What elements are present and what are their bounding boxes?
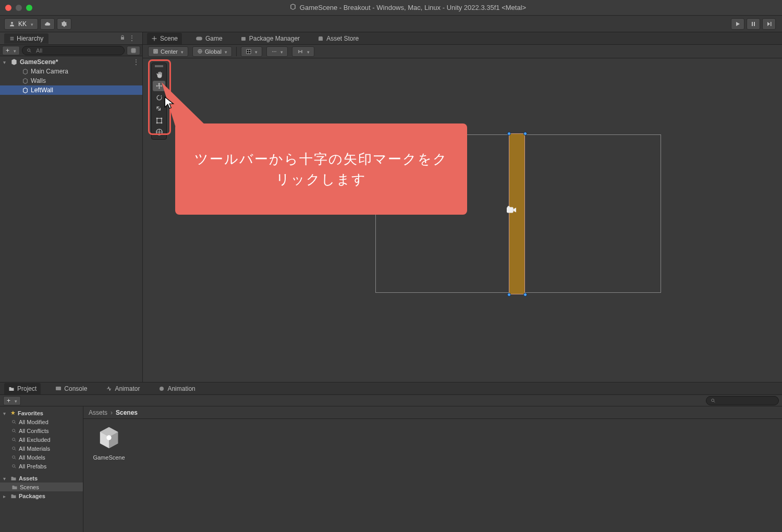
svg-point-27 <box>13 447 15 449</box>
svg-point-30 <box>106 435 111 440</box>
space-mode-dropdown[interactable]: Global <box>192 46 232 57</box>
fav-all-prefabs[interactable]: All Prefabs <box>0 462 83 471</box>
maximize-window-button[interactable] <box>26 5 32 11</box>
account-label: KK <box>18 20 27 28</box>
scenes-folder[interactable]: Scenes <box>0 482 83 491</box>
pause-button[interactable] <box>747 18 760 30</box>
pivot-mode-dropdown[interactable]: Center <box>148 46 188 57</box>
svg-point-0 <box>11 22 13 24</box>
project-panel: Project Console Animator Animation + ★ F <box>0 382 782 532</box>
assets-folder[interactable]: Assets <box>0 474 83 482</box>
svg-rect-5 <box>241 37 246 41</box>
svg-rect-12 <box>507 207 514 213</box>
window-title: GameScene - Breakout - Windows, Mac, Lin… <box>300 4 526 11</box>
project-search[interactable] <box>706 396 779 405</box>
tab-project[interactable]: Project <box>4 383 41 394</box>
settings-button[interactable] <box>57 18 71 30</box>
scene-toolbar: Center Global <box>143 45 782 58</box>
breadcrumb: Assets › Scenes <box>83 406 782 419</box>
tab-animator[interactable]: Animator <box>102 383 144 394</box>
svg-point-8 <box>198 50 202 53</box>
snap-toggle-dropdown[interactable] <box>292 46 314 57</box>
resize-handle[interactable] <box>523 293 527 296</box>
close-window-button[interactable] <box>5 5 11 11</box>
breadcrumb-current[interactable]: Scenes <box>116 409 138 416</box>
window-controls <box>5 5 32 11</box>
hierarchy-panel: Hierarchy ⋮ + All Ga <box>0 32 143 382</box>
tree-item-main-camera[interactable]: Main Camera <box>0 67 142 76</box>
resize-handle[interactable] <box>507 293 511 296</box>
project-tree: ★ Favorites All Modified All Conflicts A… <box>0 406 83 532</box>
svg-point-23 <box>712 399 714 401</box>
breadcrumb-root[interactable]: Assets <box>89 409 107 416</box>
scene-root[interactable]: GameScene* ⋮ <box>0 57 142 67</box>
svg-point-11 <box>275 51 276 52</box>
svg-point-22 <box>160 387 164 391</box>
tab-scene[interactable]: Scene <box>147 33 182 44</box>
fav-all-conflicts[interactable]: All Conflicts <box>0 426 83 435</box>
favorites-folder[interactable]: ★ Favorites <box>0 409 83 417</box>
svg-rect-3 <box>131 48 136 53</box>
minimize-window-button[interactable] <box>16 5 22 11</box>
cursor-icon <box>164 96 175 112</box>
resize-handle[interactable] <box>523 132 527 135</box>
cloud-button[interactable] <box>40 18 55 30</box>
svg-point-1 <box>63 23 65 25</box>
svg-point-2 <box>28 48 30 51</box>
create-dropdown[interactable]: + <box>2 46 20 55</box>
scene-view[interactable]: ツールバーから十字の矢印マークをクリックします <box>143 58 782 382</box>
hierarchy-tab[interactable]: Hierarchy <box>4 33 48 44</box>
tab-animation[interactable]: Animation <box>154 383 199 394</box>
hierarchy-filter-button[interactable] <box>127 46 140 55</box>
unity-scene-icon <box>95 424 123 451</box>
svg-point-13 <box>507 206 510 208</box>
fav-all-modified[interactable]: All Modified <box>0 417 83 426</box>
annotation-callout: ツールバーから十字の矢印マークをクリックします <box>175 123 467 215</box>
camera-gizmo-icon[interactable] <box>506 205 517 215</box>
hierarchy-search[interactable]: All <box>22 46 125 55</box>
svg-point-29 <box>13 464 15 467</box>
snap-increment-dropdown[interactable] <box>266 46 288 57</box>
svg-rect-6 <box>154 50 157 53</box>
svg-point-28 <box>13 455 15 458</box>
top-toolbar: KK <box>0 16 782 32</box>
fav-all-models[interactable]: All Models <box>0 453 83 462</box>
fav-all-materials[interactable]: All Materials <box>0 444 83 453</box>
snap-grid-dropdown[interactable] <box>241 46 262 57</box>
tab-asset-store[interactable]: Asset Store <box>313 33 363 44</box>
unity-icon <box>289 3 297 12</box>
account-button[interactable]: KK <box>4 18 38 30</box>
asset-gamescene[interactable]: GameScene <box>91 424 127 461</box>
svg-rect-21 <box>56 387 61 390</box>
tree-item-walls[interactable]: Walls <box>0 76 142 85</box>
lock-icon[interactable] <box>119 34 126 42</box>
packages-folder[interactable]: Packages <box>0 491 83 500</box>
svg-point-10 <box>274 51 275 52</box>
play-button[interactable] <box>731 18 744 30</box>
hierarchy-tree: GameScene* ⋮ Main Camera Walls LeftWall <box>0 56 142 382</box>
titlebar: GameScene - Breakout - Windows, Mac, Lin… <box>0 0 782 16</box>
svg-point-9 <box>272 51 273 52</box>
tab-game[interactable]: Game <box>191 33 227 44</box>
step-button[interactable] <box>762 18 776 30</box>
scene-context-menu[interactable]: ⋮ <box>133 58 142 66</box>
svg-point-26 <box>13 438 15 440</box>
svg-rect-4 <box>196 37 202 41</box>
tab-package-manager[interactable]: Package Manager <box>236 33 304 44</box>
fav-all-excluded[interactable]: All Excluded <box>0 435 83 444</box>
resize-handle[interactable] <box>507 132 511 135</box>
tree-item-leftwall[interactable]: LeftWall <box>0 85 142 95</box>
svg-point-25 <box>13 429 15 431</box>
project-create-dropdown[interactable]: + <box>3 396 21 405</box>
svg-point-24 <box>13 420 15 423</box>
panel-menu-icon[interactable]: ⋮ <box>129 34 135 42</box>
tab-console[interactable]: Console <box>51 383 91 394</box>
svg-point-7 <box>155 51 156 52</box>
